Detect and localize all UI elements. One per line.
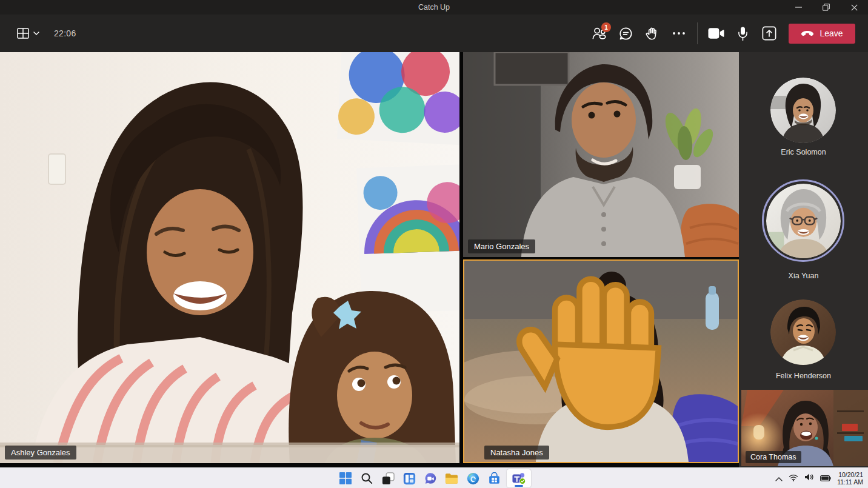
participant-name-label: Ashley Gonzales <box>5 446 76 460</box>
chat-app-icon <box>424 472 437 485</box>
restore-icon <box>823 4 830 11</box>
more-options-icon <box>672 32 686 35</box>
minimize-button[interactable] <box>784 0 812 15</box>
widgets-icon <box>403 472 416 485</box>
close-icon <box>851 4 858 11</box>
leave-button[interactable]: Leave <box>789 24 855 44</box>
participant-name: Xia Yuan <box>739 272 868 280</box>
tray-network-button[interactable] <box>789 473 798 484</box>
teams-app-button-active[interactable] <box>507 469 531 487</box>
video-tile-mario-gonzales[interactable]: Mario Gonzales <box>463 52 739 257</box>
toolbar-right-group: 1 <box>586 15 855 52</box>
chat-icon <box>618 26 633 41</box>
chevron-up-icon <box>775 477 783 481</box>
tray-battery-button[interactable] <box>820 473 831 484</box>
more-options-button[interactable] <box>666 21 692 45</box>
system-tray: 10/20/21 11:11 AM <box>775 468 863 488</box>
avatar-eric-solomon[interactable] <box>770 78 836 143</box>
window-title: Catch Up <box>0 0 868 15</box>
taskbar-app-icons <box>337 468 531 488</box>
participant-name: Felix Henderson <box>739 372 868 380</box>
participant-name: Eric Solomon <box>739 148 868 156</box>
teams-meeting-window: Catch Up 22:06 <box>0 0 868 488</box>
minimize-icon <box>795 7 802 8</box>
microphone-toggle-button[interactable] <box>729 21 756 45</box>
participant-name-label: Mario Gonzales <box>468 239 535 253</box>
windows-start-icon <box>339 472 352 484</box>
toolbar-left-group: 22:06 <box>12 15 76 52</box>
participant-name-label: Natasha Jones <box>484 446 549 460</box>
avatar-xia-yuan-speaking[interactable] <box>762 179 844 262</box>
file-explorer-icon <box>445 472 458 484</box>
participants-sidebar: Eric Solomon <box>739 52 868 467</box>
widgets-button[interactable] <box>401 470 418 487</box>
window-controls <box>784 0 868 15</box>
task-view-button[interactable] <box>379 470 396 487</box>
title-bar: Catch Up <box>0 0 868 15</box>
clock-button[interactable]: 10/20/21 11:11 AM <box>837 471 863 486</box>
avatar-felix-henderson[interactable] <box>770 299 836 365</box>
microsoft-store-icon <box>488 472 501 485</box>
edge-browser-icon <box>467 472 479 485</box>
restore-button[interactable] <box>812 0 840 15</box>
tray-date: 10/20/21 <box>837 471 863 478</box>
raise-hand-button[interactable] <box>639 21 666 45</box>
chevron-down-icon <box>33 32 39 35</box>
leave-button-label: Leave <box>820 28 843 38</box>
task-view-icon <box>382 472 395 485</box>
eric-avatar-illustration <box>770 78 836 143</box>
meeting-toolbar: 22:06 1 <box>0 15 868 52</box>
participant-name-label: Cora Thomas <box>746 451 801 463</box>
gallery-layout-button[interactable] <box>12 24 44 42</box>
wifi-icon <box>789 474 798 481</box>
start-button[interactable] <box>337 470 354 487</box>
xia-avatar-illustration <box>766 184 841 258</box>
gallery-layout-icon <box>17 28 29 39</box>
windows-taskbar: 10/20/21 11:11 AM <box>0 467 868 488</box>
share-screen-icon <box>762 26 776 41</box>
edge-browser-button[interactable] <box>464 470 481 487</box>
battery-icon <box>820 475 831 481</box>
video-tile-natasha-jones[interactable]: Natasha Jones <box>463 259 739 463</box>
ashley-video-illustration <box>0 52 459 463</box>
leave-call-icon <box>801 30 814 37</box>
raise-hand-icon <box>645 25 659 42</box>
chat-button[interactable] <box>612 21 639 45</box>
felix-avatar-illustration <box>770 299 836 365</box>
volume-icon <box>804 473 814 481</box>
hand-raised-icon <box>472 259 739 449</box>
mario-video-illustration <box>463 52 739 257</box>
close-button[interactable] <box>840 0 868 15</box>
participants-badge: 1 <box>601 22 611 32</box>
video-tile-ashley-gonzales[interactable]: Ashley Gonzales <box>0 52 459 463</box>
teams-app-icon <box>512 472 526 485</box>
tray-chevron-up-button[interactable] <box>775 473 783 484</box>
share-screen-button[interactable] <box>756 21 783 45</box>
video-stage: Ashley Gonzales <box>0 52 868 467</box>
microphone-icon <box>736 25 749 42</box>
meeting-timer: 22:06 <box>54 28 76 38</box>
search-button[interactable] <box>358 470 375 487</box>
tray-volume-button[interactable] <box>804 473 814 484</box>
active-app-indicator <box>515 485 523 487</box>
participants-button[interactable]: 1 <box>586 21 612 45</box>
microsoft-store-button[interactable] <box>486 470 502 487</box>
camera-toggle-button[interactable] <box>703 21 729 45</box>
tray-time: 11:11 AM <box>837 478 863 486</box>
camera-icon <box>708 27 724 39</box>
video-tile-cora-thomas[interactable]: Cora Thomas <box>741 390 868 466</box>
search-icon <box>361 472 373 484</box>
toolbar-divider <box>697 22 698 44</box>
chat-app-button[interactable] <box>422 470 439 487</box>
avatar-xia-yuan <box>766 184 841 258</box>
file-explorer-button[interactable] <box>443 470 460 487</box>
